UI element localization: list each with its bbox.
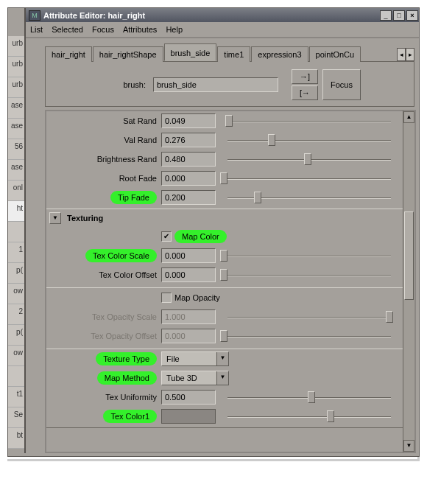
tex-color-offset-slider[interactable]	[220, 267, 398, 282]
scroll-down-button[interactable]: ▼	[403, 440, 414, 452]
outliner-fragment: bt	[8, 428, 24, 449]
menu-bar: List Selected Focus Attributes Help	[26, 22, 419, 38]
map-opacity-checkbox[interactable]	[161, 293, 172, 303]
map-color-label: Map Color	[174, 230, 227, 243]
outliner-fragment: ase	[8, 98, 24, 119]
node-header: brush: →] [→ Focus	[45, 62, 414, 107]
tab-bar: hair_right hair_rightShape brush_side ti…	[45, 44, 414, 62]
outliner-fragment: 2	[8, 304, 24, 325]
tip-fade-field[interactable]	[161, 190, 216, 205]
tex-opacity-scale-label: Tex Opacity Scale	[49, 312, 157, 321]
brush-label: brush:	[50, 80, 146, 89]
maximize-button[interactable]: □	[393, 10, 405, 21]
sat-rand-label: Sat Rand	[49, 116, 157, 125]
val-rand-field[interactable]	[161, 133, 216, 147]
root-fade-field[interactable]	[161, 171, 216, 186]
outliner-fragment: urb	[8, 77, 24, 98]
texture-type-value: File	[166, 354, 180, 363]
outliner-fragment: 1	[8, 242, 24, 263]
tex-opacity-offset-slider	[220, 329, 398, 343]
nav-out-button[interactable]: [→	[292, 85, 318, 100]
tex-color-scale-slider[interactable]	[220, 248, 398, 263]
minimize-button[interactable]: _	[380, 10, 392, 21]
outliner-fragment: urb	[8, 57, 24, 77]
outliner-fragment: ow	[8, 346, 24, 366]
tex-color1-label: Tex Color1	[103, 410, 157, 423]
outliner-fragment	[8, 366, 24, 387]
outliner-fragment: ase	[8, 160, 24, 181]
map-color-checkbox[interactable]: ✔	[161, 231, 172, 242]
tex-color-offset-label: Tex Color Offset	[49, 270, 157, 279]
vertical-scrollbar[interactable]: ▲ ▼	[403, 110, 416, 453]
texturing-collapse-toggle[interactable]: ▼	[49, 212, 61, 224]
tex-color1-slider[interactable]	[220, 409, 398, 424]
outliner-fragment: t1	[8, 387, 24, 407]
tab-hair-right[interactable]: hair_right	[45, 46, 92, 62]
tex-uniformity-label: Tex Uniformity	[49, 393, 157, 402]
tex-uniformity-slider[interactable]	[220, 390, 398, 405]
val-rand-label: Val Rand	[49, 136, 157, 144]
app-logo-icon: M	[29, 10, 40, 21]
menu-focus-menu[interactable]: Focus	[92, 25, 114, 34]
val-rand-slider[interactable]	[220, 133, 398, 147]
tip-fade-slider[interactable]	[220, 190, 398, 205]
map-opacity-label: Map Opacity	[174, 293, 220, 302]
node-name-field[interactable]	[153, 77, 278, 92]
tex-color-scale-label: Tex Color Scale	[85, 249, 157, 262]
texture-type-dropdown[interactable]: File ▼	[161, 351, 229, 366]
menu-help[interactable]: Help	[166, 25, 183, 34]
outliner-fragment: Se	[8, 407, 24, 428]
root-fade-slider[interactable]	[220, 171, 398, 186]
tex-opacity-offset-field	[161, 329, 216, 343]
tab-time1[interactable]: time1	[217, 46, 250, 62]
tex-color-scale-field[interactable]	[161, 248, 216, 263]
sat-rand-field[interactable]	[161, 113, 216, 128]
nav-in-button[interactable]: →]	[292, 69, 318, 84]
focus-button[interactable]: Focus	[322, 69, 361, 100]
menu-attributes[interactable]: Attributes	[123, 25, 157, 34]
tex-color-offset-field[interactable]	[161, 267, 216, 282]
tab-scroll-left[interactable]: ◂	[397, 48, 406, 61]
texturing-section-label: Texturing	[67, 214, 103, 223]
brightness-rand-field[interactable]	[161, 152, 216, 167]
attribute-panel: Sat Rand Val Rand Brightness Rand	[45, 110, 403, 453]
sat-rand-slider[interactable]	[220, 113, 398, 128]
map-method-value: Tube 3D	[166, 374, 197, 382]
outliner-fragment: p(	[8, 325, 24, 346]
outliner-fragment: onl	[8, 181, 24, 201]
texture-type-label: Texture Type	[96, 352, 157, 365]
outliner-fragment: ow	[8, 284, 24, 304]
scroll-up-button[interactable]: ▲	[403, 111, 414, 123]
outliner-fragment	[8, 222, 24, 242]
brightness-rand-slider[interactable]	[220, 152, 398, 167]
tex-opacity-scale-slider	[220, 309, 398, 324]
menu-selected[interactable]: Selected	[52, 25, 83, 34]
outliner-fragment: ase	[8, 119, 24, 139]
brightness-rand-label: Brightness Rand	[49, 155, 157, 164]
tex-opacity-offset-label: Tex Opacity Offset	[49, 332, 157, 340]
tex-color1-swatch[interactable]	[161, 409, 216, 424]
title-bar: M Attribute Editor: hair_right _ □ ×	[26, 8, 419, 22]
tab-expression3[interactable]: expression3	[251, 46, 308, 62]
tex-uniformity-field[interactable]	[161, 390, 216, 405]
tab-brush-side[interactable]: brush_side	[164, 43, 217, 61]
root-fade-label: Root Fade	[49, 174, 157, 183]
outliner-fragment: urb	[8, 36, 24, 57]
tab-hair-right-shape[interactable]: hair_rightShape	[93, 46, 163, 62]
outliner-fragment: ht	[8, 201, 24, 222]
map-method-dropdown[interactable]: Tube 3D ▼	[161, 371, 229, 385]
tab-point-on-curve[interactable]: pointOnCu	[309, 46, 361, 62]
scroll-thumb[interactable]	[404, 211, 414, 300]
outliner-fragment: 56	[8, 139, 24, 160]
tip-fade-label: Tip Fade	[110, 191, 157, 204]
window-title: Attribute Editor: hair_right	[43, 11, 145, 20]
chevron-down-icon: ▼	[216, 352, 228, 365]
map-method-label: Map Method	[97, 371, 157, 385]
tab-scroll-right[interactable]: ▸	[406, 48, 414, 61]
menu-list[interactable]: List	[30, 25, 43, 34]
outliner-fragment: p(	[8, 263, 24, 284]
tex-opacity-scale-field	[161, 309, 216, 324]
chevron-down-icon: ▼	[216, 371, 228, 385]
close-button[interactable]: ×	[406, 10, 418, 21]
